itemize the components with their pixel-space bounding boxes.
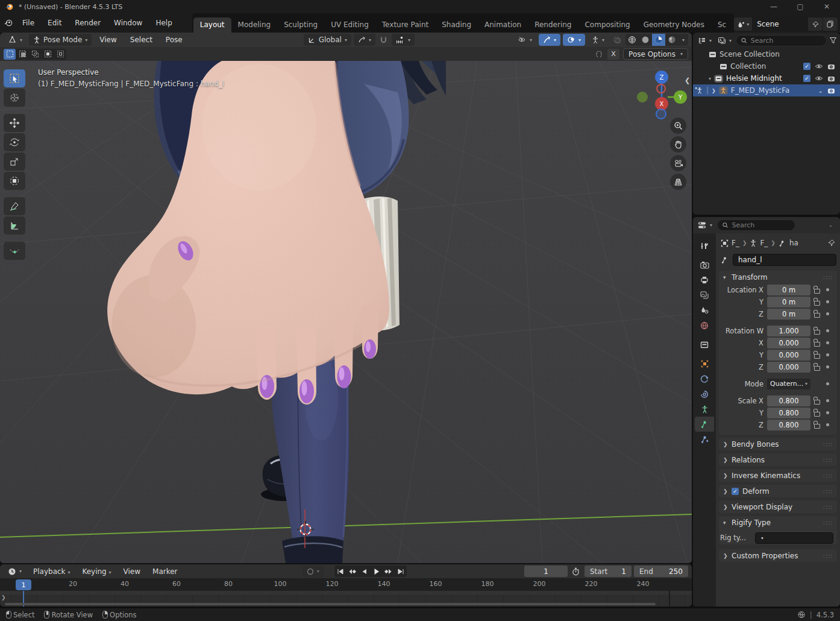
tool-scale[interactable]: [4, 153, 25, 171]
outliner-display-mode-icon[interactable]: ▾: [716, 34, 733, 46]
bendy-bones-panel[interactable]: ❯Bendy Bones::::: [719, 438, 837, 450]
lock-icon[interactable]: [814, 342, 820, 347]
lock-icon[interactable]: [814, 313, 820, 318]
outliner-search-input[interactable]: [751, 37, 821, 45]
channel-expand-icon[interactable]: ❯: [1, 594, 6, 601]
maximize-icon[interactable]: ▢: [787, 0, 813, 13]
crumb-object[interactable]: F_: [732, 239, 739, 247]
menu-file[interactable]: File: [16, 16, 41, 30]
select-intersect-icon[interactable]: [54, 49, 66, 60]
transform-orientation[interactable]: Global ▾: [304, 34, 351, 46]
mirror-axis-x-button[interactable]: X: [607, 49, 619, 60]
animate-dot[interactable]: [826, 353, 829, 356]
scale-y-field[interactable]: 0.800: [767, 408, 810, 418]
properties-options-chevron[interactable]: ⌄: [824, 219, 837, 232]
collapse-chevron-icon[interactable]: ⌄: [818, 87, 823, 94]
object-visibility-dropdown[interactable]: ▾: [513, 34, 536, 46]
snap-magnet-icon[interactable]: [378, 36, 389, 44]
jump-start-icon[interactable]: [334, 566, 346, 577]
menu-edit[interactable]: Edit: [41, 16, 68, 30]
auto-key-toggle[interactable]: ▾: [302, 566, 324, 578]
animate-dot[interactable]: [826, 423, 829, 426]
animate-dot[interactable]: [826, 329, 829, 332]
disable-render-camera-icon[interactable]: [827, 87, 835, 94]
crumb-bone[interactable]: ha: [789, 239, 798, 247]
location-x-field[interactable]: 0 m: [767, 285, 810, 295]
animate-dot[interactable]: [826, 365, 829, 368]
outliner-search[interactable]: [736, 35, 827, 46]
hide-eye-icon[interactable]: [815, 63, 823, 69]
editor-type-timeline-icon[interactable]: ▾: [4, 566, 26, 578]
shading-material-icon[interactable]: [652, 34, 665, 46]
animate-dot[interactable]: [826, 411, 829, 414]
tab-viewlayer-icon[interactable]: [695, 288, 714, 303]
tab-uv-editing[interactable]: UV Editing: [324, 17, 375, 33]
tab-texture-paint[interactable]: Texture Paint: [375, 17, 435, 33]
menu-help[interactable]: Help: [149, 16, 178, 30]
tab-layout[interactable]: Layout: [193, 17, 231, 33]
properties-search-input[interactable]: [732, 221, 791, 229]
tool-move[interactable]: [4, 114, 25, 132]
editor-type-properties-icon[interactable]: ▾: [696, 219, 714, 232]
menu-keying[interactable]: Keying ▾: [77, 566, 116, 577]
outliner-row-collection[interactable]: Collection ✓: [693, 60, 840, 72]
prev-keyframe-icon[interactable]: [346, 566, 359, 577]
tool-measure[interactable]: [4, 216, 25, 235]
select-set-icon[interactable]: [4, 49, 16, 60]
scale-z-field[interactable]: 0.800: [767, 420, 810, 430]
menu-tl-view[interactable]: View: [119, 566, 145, 577]
tab-bone-constraint-icon[interactable]: [695, 432, 714, 447]
scene-name[interactable]: Scene: [752, 17, 807, 31]
custom-properties-panel[interactable]: ❯Custom Properties::::: [719, 549, 837, 562]
tool-pose-breakdowner[interactable]: [4, 242, 25, 260]
scene-pin-icon[interactable]: [808, 17, 823, 31]
tab-shading[interactable]: Shading: [435, 17, 478, 33]
tab-compositing[interactable]: Compositing: [578, 17, 636, 33]
tool-transform[interactable]: [4, 172, 25, 190]
scene-unlink-icon[interactable]: ✕: [838, 20, 840, 28]
tab-world-icon[interactable]: [695, 318, 714, 333]
frame-end-field[interactable]: End250: [634, 566, 688, 577]
editor-type-3dview-icon[interactable]: ▾: [4, 34, 27, 46]
deform-panel[interactable]: ❯✓Deform::::: [719, 485, 837, 497]
next-keyframe-icon[interactable]: [383, 566, 395, 577]
animate-dot[interactable]: [826, 312, 829, 315]
close-icon[interactable]: ✕: [813, 0, 840, 13]
tab-physics-icon[interactable]: [695, 371, 714, 386]
tab-tool-icon[interactable]: [695, 238, 714, 253]
prev-frame-icon[interactable]: [359, 566, 371, 577]
tool-annotate[interactable]: [4, 197, 25, 215]
tab-truncated[interactable]: Sc: [711, 17, 733, 33]
scale-x-field[interactable]: 0.800: [767, 396, 810, 406]
shading-solid-icon[interactable]: [639, 34, 652, 46]
select-extend-icon[interactable]: [16, 49, 28, 60]
tab-bone-icon[interactable]: [695, 417, 714, 432]
shading-rendered-icon[interactable]: [665, 34, 679, 46]
play-icon[interactable]: [371, 566, 383, 577]
menu-view[interactable]: View: [94, 34, 122, 45]
rotation-y-field[interactable]: 0.000: [767, 350, 810, 361]
scene-icon[interactable]: ▾: [734, 17, 752, 31]
animate-dot[interactable]: [826, 288, 829, 291]
app-menu-icon[interactable]: [4, 19, 13, 27]
rigify-type-field[interactable]: •: [755, 532, 833, 544]
outliner-row-scene-collection[interactable]: Scene Collection: [693, 48, 840, 60]
pin-id-icon[interactable]: [828, 239, 835, 247]
bone-name-input[interactable]: [738, 256, 831, 264]
mode-selector[interactable]: Pose Mode ▾: [29, 34, 92, 46]
minimize-icon[interactable]: —: [760, 0, 787, 13]
outliner-row-helsie-midnight[interactable]: ▾ Helsie Midnight ✓: [693, 72, 840, 84]
lock-icon[interactable]: [814, 412, 820, 417]
relations-panel[interactable]: ❯Relations::::: [719, 453, 837, 466]
menu-render[interactable]: Render: [68, 16, 107, 30]
tab-constraints-icon[interactable]: [695, 386, 714, 402]
hide-eye-icon[interactable]: [815, 75, 823, 81]
collection-checkbox[interactable]: ✓: [803, 63, 810, 70]
outliner-row-armature-selected[interactable]: | ❯ F_MED_MysticFa ⌄: [693, 84, 840, 96]
animate-dot[interactable]: [826, 399, 829, 402]
tool-select-box[interactable]: [4, 69, 25, 87]
shading-wireframe-icon[interactable]: [625, 34, 639, 46]
proportional-editing-dropdown[interactable]: ▾: [392, 34, 415, 46]
animate-dot[interactable]: [826, 341, 829, 344]
rotation-mode-dropdown[interactable]: Quatern...▾: [767, 379, 810, 389]
